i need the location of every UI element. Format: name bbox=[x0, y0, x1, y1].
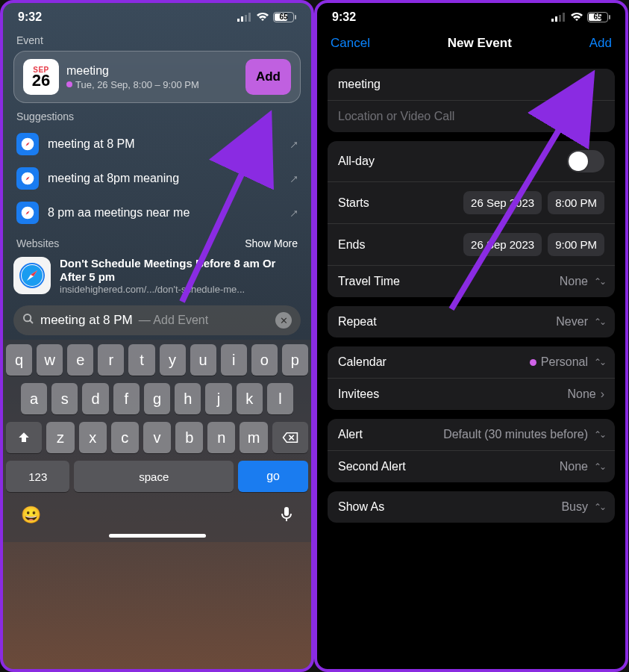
second-alert-row[interactable]: Second Alert None⌃⌄ bbox=[328, 450, 615, 482]
search-field[interactable]: meeting at 8 PM — Add Event ✕ bbox=[13, 305, 301, 335]
search-icon bbox=[22, 313, 34, 328]
calendar-color-dot bbox=[530, 359, 536, 366]
suggestion-row[interactable]: 8 pm aa meetings near me ↑ bbox=[12, 196, 302, 230]
website-result[interactable]: Don't Schedule Meetings Before 8 am Or A… bbox=[13, 254, 301, 298]
svg-line-11 bbox=[30, 320, 33, 323]
show-as-row[interactable]: Show As Busy⌃⌄ bbox=[328, 491, 615, 523]
section-suggestions-label: Suggestions bbox=[3, 103, 311, 127]
key-space[interactable]: space bbox=[74, 461, 234, 492]
svg-rect-3 bbox=[248, 13, 251, 22]
status-icons: 65 bbox=[551, 12, 610, 22]
end-date-button[interactable]: 26 Sep 2023 bbox=[463, 233, 542, 256]
key-delete[interactable] bbox=[272, 422, 308, 453]
key-b[interactable]: b bbox=[175, 422, 203, 453]
fill-arrow-icon[interactable]: ↑ bbox=[287, 170, 302, 186]
chevron-right-icon: › bbox=[601, 388, 604, 401]
key-k[interactable]: k bbox=[237, 383, 263, 414]
safari-icon bbox=[16, 133, 39, 155]
allday-row[interactable]: All-day bbox=[328, 141, 615, 181]
home-indicator[interactable] bbox=[109, 534, 206, 538]
svg-rect-0 bbox=[237, 19, 240, 22]
key-m[interactable]: m bbox=[240, 422, 267, 453]
key-t[interactable]: t bbox=[128, 344, 154, 376]
title-input[interactable]: meeting bbox=[328, 69, 615, 100]
dictation-button[interactable] bbox=[280, 505, 293, 528]
search-hint: — Add Event bbox=[139, 314, 208, 327]
key-c[interactable]: c bbox=[111, 422, 139, 453]
updown-icon: ⌃⌄ bbox=[594, 461, 604, 472]
key-r[interactable]: r bbox=[98, 344, 124, 376]
key-g[interactable]: g bbox=[144, 383, 170, 414]
key-p[interactable]: p bbox=[282, 344, 308, 376]
key-shift[interactable] bbox=[6, 422, 42, 453]
travel-time-row[interactable]: Travel Time None⌃⌄ bbox=[328, 265, 615, 297]
key-h[interactable]: h bbox=[175, 383, 201, 414]
svg-rect-17 bbox=[551, 19, 554, 22]
svg-rect-2 bbox=[245, 15, 247, 22]
svg-rect-1 bbox=[241, 16, 243, 22]
updown-icon: ⌃⌄ bbox=[594, 276, 604, 287]
invitees-row[interactable]: Invitees None› bbox=[328, 378, 615, 410]
key-l[interactable]: l bbox=[267, 383, 293, 414]
key-y[interactable]: y bbox=[160, 344, 186, 376]
event-subtitle: Tue, 26 Sep, 8:00 – 9:00 PM bbox=[66, 79, 238, 90]
nav-title: New Event bbox=[448, 36, 512, 51]
fill-arrow-icon[interactable]: ↑ bbox=[287, 136, 302, 152]
allday-toggle[interactable] bbox=[567, 150, 604, 172]
clear-search-button[interactable]: ✕ bbox=[275, 312, 292, 329]
safari-icon bbox=[16, 167, 39, 190]
end-time-button[interactable]: 9:00 PM bbox=[548, 233, 604, 256]
key-e[interactable]: e bbox=[67, 344, 93, 376]
updown-icon: ⌃⌄ bbox=[594, 502, 604, 512]
show-more-link[interactable]: Show More bbox=[245, 237, 298, 249]
repeat-row[interactable]: Repeat Never⌃⌄ bbox=[328, 306, 615, 337]
safari-icon bbox=[16, 202, 39, 224]
alert-row[interactable]: Alert Default (30 minutes before)⌃⌄ bbox=[328, 419, 615, 450]
key-n[interactable]: n bbox=[207, 422, 235, 453]
search-text: meeting at 8 PM bbox=[40, 313, 133, 328]
updown-icon: ⌃⌄ bbox=[594, 317, 604, 327]
key-u[interactable]: u bbox=[190, 344, 216, 376]
status-time: 9:32 bbox=[332, 10, 356, 24]
section-websites-label: Websites bbox=[16, 237, 59, 249]
key-numbers[interactable]: 123 bbox=[6, 461, 69, 492]
key-z[interactable]: z bbox=[46, 422, 74, 453]
starts-row: Starts 26 Sep 2023 8:00 PM bbox=[328, 181, 615, 223]
calendar-icon: SEP 26 bbox=[23, 59, 59, 95]
key-o[interactable]: o bbox=[251, 344, 278, 376]
emoji-button[interactable]: 😀 bbox=[21, 505, 41, 528]
key-s[interactable]: s bbox=[51, 383, 78, 414]
svg-point-10 bbox=[24, 314, 31, 321]
svg-rect-20 bbox=[563, 13, 565, 22]
key-j[interactable]: j bbox=[205, 383, 231, 414]
svg-rect-19 bbox=[559, 15, 561, 22]
cancel-button[interactable]: Cancel bbox=[331, 36, 370, 51]
add-event-button[interactable]: Add bbox=[245, 59, 291, 95]
event-card[interactable]: SEP 26 meeting Tue, 26 Sep, 8:00 – 9:00 … bbox=[13, 51, 301, 103]
section-event-label: Event bbox=[3, 27, 311, 51]
suggestion-row[interactable]: meeting at 8pm meaning ↑ bbox=[12, 161, 302, 196]
key-f[interactable]: f bbox=[113, 383, 140, 414]
location-input[interactable]: Location or Video Call bbox=[328, 100, 615, 132]
suggestion-row[interactable]: meeting at 8 PM ↑ bbox=[12, 127, 302, 161]
key-go[interactable]: go bbox=[238, 461, 308, 492]
start-date-button[interactable]: 26 Sep 2023 bbox=[463, 191, 542, 214]
svg-rect-14 bbox=[284, 507, 289, 516]
calendar-row[interactable]: Calendar Personal⌃⌄ bbox=[328, 346, 615, 378]
fill-arrow-icon[interactable]: ↑ bbox=[287, 205, 302, 220]
status-time: 9:32 bbox=[18, 10, 42, 24]
key-v[interactable]: v bbox=[143, 422, 171, 453]
website-title: Don't Schedule Meetings Before 8 am Or A… bbox=[60, 257, 301, 284]
keyboard: q w e r t y u i o p a s d f g h j k l z … bbox=[3, 340, 311, 542]
key-w[interactable]: w bbox=[37, 344, 63, 376]
key-q[interactable]: q bbox=[6, 344, 32, 376]
key-x[interactable]: x bbox=[79, 422, 107, 453]
updown-icon: ⌃⌄ bbox=[594, 357, 604, 367]
start-time-button[interactable]: 8:00 PM bbox=[548, 191, 604, 214]
key-a[interactable]: a bbox=[21, 383, 47, 414]
status-icons: 65 bbox=[237, 12, 296, 22]
key-d[interactable]: d bbox=[82, 383, 108, 414]
key-i[interactable]: i bbox=[221, 344, 247, 376]
add-button[interactable]: Add bbox=[589, 36, 612, 51]
website-url: insidehighered.com/.../don't-schedule-me… bbox=[60, 284, 291, 295]
